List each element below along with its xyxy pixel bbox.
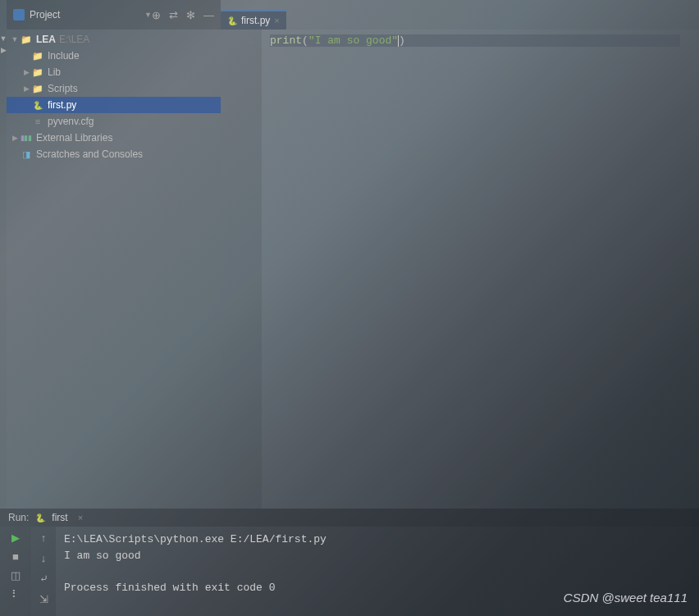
tab-first-py[interactable]: first.py × [221, 10, 286, 30]
tree-row-pyvenv-cfg[interactable]: pyvenv.cfg [7, 113, 221, 130]
soft-wrap-button[interactable]: ⤶ [35, 573, 52, 585]
scratch-icon [20, 148, 33, 160]
tree-label: pyvenv.cfg [48, 116, 94, 127]
close-icon[interactable]: × [78, 513, 83, 522]
editor-tab-bar: first.py × [221, 0, 699, 30]
run-panel: Run: first × ▶ ■ ◫ ⠇ ↑ ↓ ⤶ ⇲ E:\LEA\Scri… [0, 509, 699, 616]
run-panel-header: Run: first × [0, 509, 699, 527]
tree-label: Scratches and Consoles [36, 148, 143, 160]
hide-icon[interactable]: — [203, 9, 214, 21]
tree-row-first-py[interactable]: first.py [7, 97, 221, 113]
locate-icon[interactable]: ⊕ [152, 9, 161, 21]
tree-row-scratches-and-consoles[interactable]: Scratches and Consoles [7, 146, 221, 162]
editor-area: first.py × 1 print("I am so good") [221, 0, 699, 509]
expand-all-icon[interactable]: ⇄ [169, 9, 178, 21]
tree-label: LEAE:\LEA [36, 34, 89, 45]
sidebar-header: Project ▼ ⊕ ⇄ ✻ — [7, 0, 221, 30]
up-button[interactable]: ↑ [35, 532, 52, 544]
tree-arrow-icon[interactable] [10, 35, 20, 43]
sidebar-title[interactable]: Project [30, 9, 141, 21]
tree-row-scripts[interactable]: Scripts [7, 80, 221, 97]
tree-row-lib[interactable]: Lib [7, 64, 221, 80]
tree-label: Scripts [48, 83, 78, 94]
folder-icon [20, 34, 33, 45]
code-content[interactable]: print("I am so good") [262, 30, 680, 509]
run-controls-secondary: ↑ ↓ ⤶ ⇲ [31, 527, 56, 616]
tab-label: first.py [241, 15, 270, 26]
run-label: Run: [8, 512, 29, 523]
gear-icon[interactable]: ✻ [186, 9, 195, 21]
tree-label: External Libraries [36, 132, 112, 144]
chevron-down-icon[interactable]: ▼ [144, 11, 152, 19]
down-button[interactable]: ↓ [35, 552, 52, 564]
tree-row-external-libraries[interactable]: External Libraries [7, 130, 221, 146]
more-button[interactable]: ⠇ [7, 588, 24, 600]
project-sidebar: Project ▼ ⊕ ⇄ ✻ — LEAE:\LEAIncludeLibScr… [7, 0, 221, 509]
tree-label: Lib [48, 66, 61, 78]
project-tree: LEAE:\LEAIncludeLibScriptsfirst.pypyvenv… [7, 30, 221, 164]
folder-icon [31, 66, 44, 78]
file-icon [31, 116, 44, 127]
sidebar-collapse-gutter: ▼ ▶ [0, 0, 7, 509]
close-icon[interactable]: × [274, 16, 279, 25]
python-file-icon [227, 15, 237, 26]
run-output[interactable]: E:\LEA\Scripts\python.exe E:/LEA/first.p… [56, 527, 699, 616]
py-icon [31, 99, 44, 111]
line-number-gutter: 1 [221, 30, 262, 509]
stop-button[interactable]: ■ [7, 550, 24, 563]
folder-icon [31, 50, 44, 62]
code-editor[interactable]: 1 print("I am so good") [221, 30, 699, 509]
tree-row-lea[interactable]: LEAE:\LEA [7, 31, 221, 48]
tree-row-include[interactable]: Include [7, 48, 221, 64]
rerun-button[interactable]: ▶ [7, 532, 24, 544]
lib-icon [20, 132, 33, 144]
folder-icon [31, 83, 44, 94]
tree-label: Include [48, 50, 80, 62]
collapse-arrow-right-icon[interactable]: ▶ [1, 46, 7, 54]
project-view-icon [13, 9, 25, 21]
tree-arrow-icon[interactable] [10, 134, 20, 142]
python-icon [35, 512, 45, 523]
scroll-to-end-button[interactable]: ⇲ [35, 593, 52, 605]
tree-arrow-icon[interactable] [21, 84, 31, 93]
tree-label: first.py [48, 99, 76, 111]
code-line-1[interactable]: print("I am so good") [270, 34, 680, 47]
layout-button[interactable]: ◫ [7, 569, 24, 582]
tree-arrow-icon[interactable] [21, 68, 31, 76]
line-number: 1 [221, 34, 254, 47]
run-config-name[interactable]: first [52, 512, 67, 523]
run-controls-primary: ▶ ■ ◫ ⠇ [0, 527, 31, 616]
